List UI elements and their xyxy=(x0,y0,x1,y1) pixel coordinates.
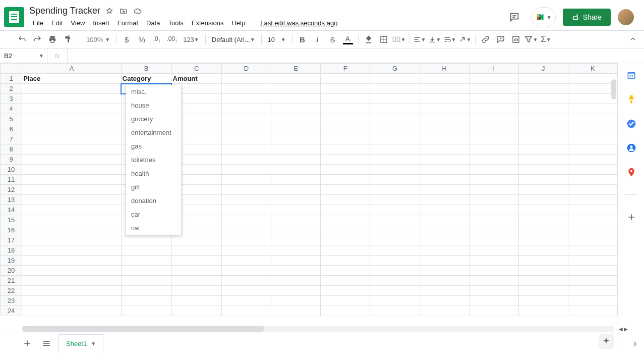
cell[interactable] xyxy=(420,235,469,245)
cell[interactable] xyxy=(518,144,568,155)
cell[interactable] xyxy=(22,276,122,286)
menu-file[interactable]: File xyxy=(29,17,47,29)
cell[interactable] xyxy=(370,144,420,155)
collapse-toolbar-button[interactable] xyxy=(626,32,640,46)
cell[interactable] xyxy=(518,225,568,235)
cell[interactable] xyxy=(221,266,271,276)
row-header[interactable]: 15 xyxy=(1,215,22,225)
col-header[interactable]: J xyxy=(518,64,568,74)
cell[interactable] xyxy=(469,225,518,235)
row-header[interactable]: 6 xyxy=(1,124,22,134)
cell[interactable] xyxy=(370,94,420,104)
cell[interactable] xyxy=(420,134,469,144)
cell[interactable] xyxy=(420,84,469,94)
maps-icon[interactable] xyxy=(626,167,636,177)
cell[interactable] xyxy=(518,276,568,286)
cell[interactable] xyxy=(469,114,518,124)
cell[interactable] xyxy=(271,104,321,114)
row-header[interactable]: 4 xyxy=(1,104,22,114)
row-header[interactable]: 17 xyxy=(1,235,22,245)
cell[interactable] xyxy=(271,134,321,144)
scroll-right-icon[interactable]: ▶ xyxy=(624,326,628,332)
cell[interactable] xyxy=(221,306,271,316)
cell[interactable] xyxy=(420,144,469,155)
cell[interactable] xyxy=(469,124,518,134)
cell[interactable] xyxy=(420,205,469,215)
row-header[interactable]: 10 xyxy=(1,165,22,175)
row-header[interactable]: 21 xyxy=(1,276,22,286)
star-icon[interactable] xyxy=(105,7,113,15)
cell[interactable] xyxy=(171,235,221,245)
cell[interactable] xyxy=(370,225,420,235)
cell[interactable] xyxy=(469,205,518,215)
row-header[interactable]: 11 xyxy=(1,175,22,185)
cell[interactable] xyxy=(221,286,271,296)
cell[interactable] xyxy=(370,185,420,195)
col-header[interactable]: E xyxy=(271,64,321,74)
cell[interactable] xyxy=(271,124,321,134)
cell[interactable] xyxy=(171,276,221,286)
cell[interactable] xyxy=(171,245,221,256)
cell[interactable] xyxy=(321,215,370,225)
undo-button[interactable] xyxy=(15,32,29,46)
cloud-icon[interactable] xyxy=(134,7,142,15)
halign-button[interactable]: ▼ xyxy=(413,32,427,46)
cell[interactable] xyxy=(370,155,420,165)
cell[interactable] xyxy=(518,306,568,316)
cell[interactable] xyxy=(370,256,420,266)
cell[interactable] xyxy=(22,134,122,144)
cell[interactable] xyxy=(22,165,122,175)
cell[interactable] xyxy=(271,235,321,245)
italic-button[interactable]: I xyxy=(311,32,325,46)
cell[interactable] xyxy=(321,245,370,256)
cell[interactable] xyxy=(22,94,122,104)
keep-icon[interactable] xyxy=(626,94,636,105)
cell[interactable] xyxy=(321,286,370,296)
bold-button[interactable]: B xyxy=(296,32,310,46)
menu-extensions[interactable]: Extensions xyxy=(188,17,227,29)
cell[interactable] xyxy=(271,225,321,235)
cell[interactable] xyxy=(469,306,518,316)
dropdown-option[interactable]: grocery xyxy=(126,112,181,126)
cell[interactable] xyxy=(420,124,469,134)
cell[interactable] xyxy=(271,84,321,94)
row-header[interactable]: 9 xyxy=(1,155,22,165)
cell[interactable] xyxy=(22,144,122,155)
borders-button[interactable] xyxy=(377,32,391,46)
row-header[interactable]: 16 xyxy=(1,225,22,235)
cell[interactable] xyxy=(518,134,568,144)
col-header[interactable]: H xyxy=(420,64,469,74)
filter-button[interactable]: ▼ xyxy=(524,32,538,46)
cell[interactable] xyxy=(370,215,420,225)
cell[interactable] xyxy=(420,256,469,266)
cell[interactable] xyxy=(121,286,171,296)
decrease-decimal-button[interactable]: .0↓ xyxy=(150,32,164,46)
cell[interactable] xyxy=(518,296,568,306)
cell[interactable] xyxy=(469,286,518,296)
cell[interactable] xyxy=(271,306,321,316)
cell[interactable] xyxy=(321,144,370,155)
cell[interactable] xyxy=(271,144,321,155)
cell[interactable] xyxy=(420,225,469,235)
cell[interactable] xyxy=(271,276,321,286)
cell[interactable] xyxy=(518,165,568,175)
cell[interactable] xyxy=(518,286,568,296)
cell[interactable] xyxy=(121,245,171,256)
cell[interactable] xyxy=(221,84,271,94)
cell[interactable] xyxy=(321,84,370,94)
cell[interactable] xyxy=(370,266,420,276)
cell[interactable] xyxy=(171,256,221,266)
row-header[interactable]: 5 xyxy=(1,114,22,124)
cell[interactable] xyxy=(420,74,469,84)
dropdown-option[interactable]: gift xyxy=(126,180,181,194)
cell[interactable] xyxy=(370,306,420,316)
cell[interactable] xyxy=(321,74,370,84)
dropdown-option[interactable]: donation xyxy=(126,194,181,208)
cell[interactable] xyxy=(469,84,518,94)
cell[interactable] xyxy=(271,155,321,165)
cell[interactable] xyxy=(370,195,420,205)
cell[interactable] xyxy=(518,84,568,94)
cell[interactable] xyxy=(469,144,518,155)
row-header[interactable]: 24 xyxy=(1,306,22,316)
cell[interactable] xyxy=(518,235,568,245)
